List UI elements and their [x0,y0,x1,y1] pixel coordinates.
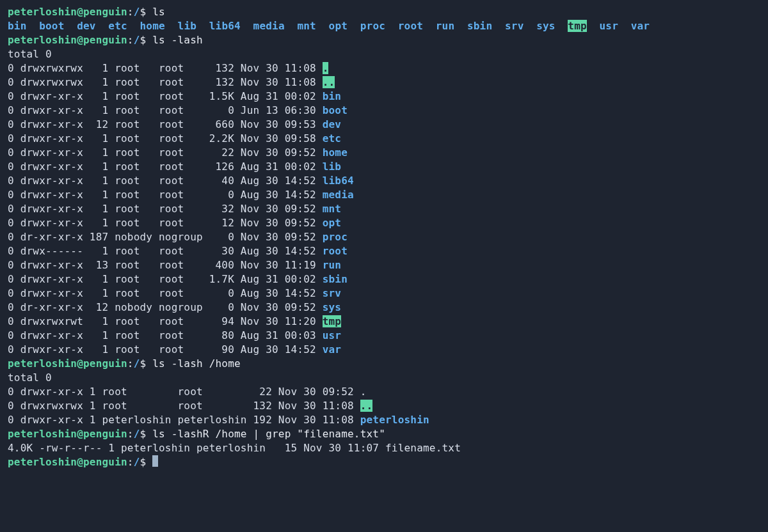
listing-row: 0 drwxr-xr-x 1 root root 22 Nov 30 09:52… [8,385,760,399]
file-name: .. [360,400,373,412]
prompt-sep: : [127,428,134,440]
listing-row: 0 drwxr-xr-x 1 root root 80 Aug 31 00:03… [8,329,760,343]
prompt-user: peterloshin@penguin [8,456,127,468]
file-name: peterloshin [360,414,429,426]
file-name: sys [323,301,342,313]
prompt-line[interactable]: peterloshin@penguin:/$ [8,455,760,469]
file-name: media [323,189,354,201]
listing-row: 0 dr-xr-xr-x 12 nobody nogroup 0 Nov 30 … [8,301,760,315]
grep-output: 4.0K -rw-r--r-- 1 peterloshin peterloshi… [8,441,760,455]
listing-row: 0 drwxrwxrwx 1 root root 132 Nov 30 11:0… [8,75,760,90]
prompt-sep: : [127,456,134,468]
prompt-line: peterloshin@penguin:/$ ls -lash /home [8,357,760,371]
file-name: lib64 [323,175,354,187]
listing-row: 0 drwxr-xr-x 1 root root 1.7K Aug 31 00:… [8,272,760,286]
command-text: ls -lash /home [152,357,241,370]
ls-entry: usr [599,20,618,32]
listing-row: 0 drwxr-xr-x 1 root root 12 Nov 30 09:52… [8,216,760,230]
ls-entry: tmp [568,20,587,32]
file-name: home [323,146,348,159]
command-text: ls -lashR /home | grep "filename.txt" [152,428,385,440]
file-name: run [323,259,342,271]
listing-row: 0 drwxr-xr-x 1 root root 126 Aug 31 00:0… [8,160,760,174]
terminal-output[interactable]: peterloshin@penguin:/$ lsbin boot dev et… [0,0,768,474]
prompt-sep: : [127,6,134,18]
listing-row: 0 drwxrwxrwt 1 root root 94 Nov 30 11:20… [8,315,760,329]
prompt-sigil: $ [140,6,153,18]
listing-row: 0 drwxr-xr-x 1 root root 40 Aug 30 14:52… [8,174,760,188]
prompt-sep: : [127,357,134,370]
prompt-user: peterloshin@penguin [8,428,127,440]
ls-entry: lib [178,20,197,32]
prompt-sigil: $ [140,357,153,370]
listing-row: 0 drwxr-xr-x 1 root root 0 Aug 30 14:52 … [8,286,760,301]
ls-entry: boot [39,20,64,32]
file-name: srv [323,287,342,299]
listing-row: 0 drwxr-xr-x 1 root root 0 Jun 13 06:30 … [8,104,760,118]
ls-entry: media [253,20,285,32]
listing-row: 0 drwxrwxrwx 1 root root 132 Nov 30 11:0… [8,61,760,75]
prompt-user: peterloshin@penguin [8,34,127,46]
prompt-line: peterloshin@penguin:/$ ls [8,5,760,19]
listing-row: 0 drwxr-xr-x 1 peterloshin peterloshin 1… [8,413,760,427]
ls-output: bin boot dev etc home lib lib64 media mn… [8,19,760,33]
file-name: lib [323,160,342,173]
ls-entry: lib64 [209,20,241,32]
listing-row: 0 drwxr-xr-x 1 root root 90 Aug 30 14:52… [8,343,760,357]
prompt-sep: : [127,34,134,46]
ls-entry: dev [77,20,96,32]
listing-row: 0 drwxr-xr-x 12 root root 660 Nov 30 09:… [8,118,760,132]
prompt-line: peterloshin@penguin:/$ ls -lashR /home |… [8,427,760,441]
file-name: sbin [323,273,348,285]
prompt-sigil: $ [140,34,153,46]
file-name: etc [323,132,342,145]
ls-entry: etc [108,20,127,32]
prompt-path: / [134,34,140,46]
file-name: .. [323,76,335,88]
file-name: var [323,343,342,356]
listing-row: 0 drwxr-xr-x 13 root root 400 Nov 30 11:… [8,258,760,272]
file-name: opt [323,217,342,229]
command-text: ls [152,6,165,18]
ls-entry: mnt [297,20,316,32]
ls-entry: run [436,20,455,32]
listing-row: 0 drwxr-xr-x 1 root root 1.5K Aug 31 00:… [8,90,760,104]
prompt-sigil: $ [140,456,153,468]
file-name: tmp [323,315,342,327]
file-name: dev [323,118,342,130]
prompt-path: / [134,428,140,440]
file-name: bin [323,90,342,102]
file-name: . [323,62,329,74]
prompt-path: / [134,357,140,370]
prompt-path: / [134,456,140,468]
total-line: total 0 [8,47,760,61]
ls-entry: sys [536,20,556,32]
file-name: . [360,386,367,398]
prompt-path: / [134,6,140,18]
listing-row: 0 drwxrwxrwx 1 root root 132 Nov 30 11:0… [8,399,760,413]
ls-entry: var [631,20,650,32]
listing-row: 0 drwx------ 1 root root 30 Aug 30 14:52… [8,244,760,258]
listing-row: 0 drwxr-xr-x 1 root root 32 Nov 30 09:52… [8,202,760,216]
ls-entry: opt [329,20,348,32]
file-name: usr [323,329,342,341]
file-name: proc [323,231,348,243]
ls-entry: root [398,20,423,32]
prompt-user: peterloshin@penguin [8,357,127,370]
listing-row: 0 drwxr-xr-x 1 root root 22 Nov 30 09:52… [8,146,760,160]
total-line: total 0 [8,371,760,385]
ls-entry: srv [505,20,524,32]
listing-row: 0 dr-xr-xr-x 187 nobody nogroup 0 Nov 30… [8,230,760,244]
cursor[interactable] [152,455,158,467]
listing-row: 0 drwxr-xr-x 1 root root 0 Aug 30 14:52 … [8,188,760,202]
file-name: root [323,245,348,257]
prompt-user: peterloshin@penguin [8,6,127,18]
file-name: boot [323,104,348,116]
ls-entry: home [140,20,165,32]
file-name: mnt [323,203,342,215]
ls-entry: sbin [467,20,492,32]
ls-entry: proc [360,20,385,32]
listing-row: 0 drwxr-xr-x 1 root root 2.2K Nov 30 09:… [8,132,760,146]
prompt-line: peterloshin@penguin:/$ ls -lash [8,33,760,47]
ls-entry: bin [8,20,27,32]
